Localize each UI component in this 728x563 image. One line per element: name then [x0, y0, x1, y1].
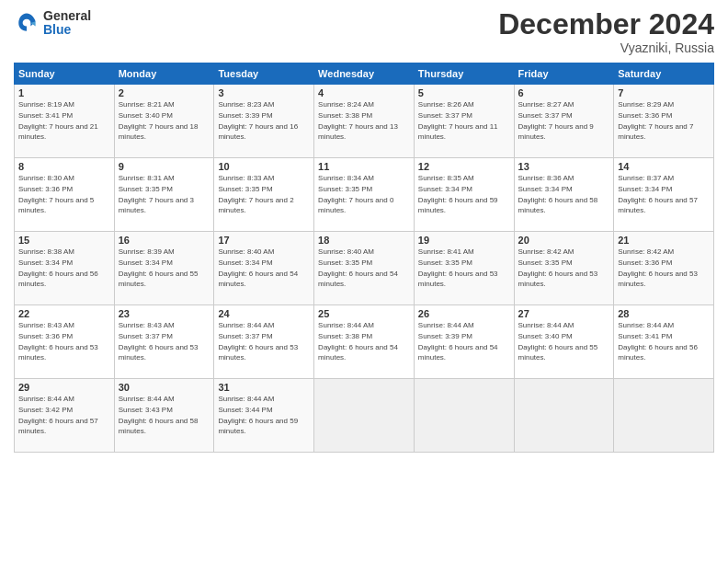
day-number: 4: [318, 87, 410, 98]
day-number: 5: [418, 87, 510, 98]
day-detail: Sunrise: 8:23 AMSunset: 3:39 PMDaylight:…: [218, 100, 298, 141]
calendar-cell: [314, 379, 415, 453]
day-detail: Sunrise: 8:26 AMSunset: 3:37 PMDaylight:…: [418, 100, 498, 141]
calendar-cell: 25Sunrise: 8:44 AMSunset: 3:38 PMDayligh…: [314, 305, 415, 379]
col-header-monday: Monday: [114, 63, 214, 85]
calendar-cell: 7Sunrise: 8:29 AMSunset: 3:36 PMDaylight…: [614, 85, 714, 158]
day-number: 21: [618, 235, 710, 246]
calendar-cell: 14Sunrise: 8:37 AMSunset: 3:34 PMDayligh…: [614, 158, 714, 232]
day-detail: Sunrise: 8:44 AMSunset: 3:41 PMDaylight:…: [618, 321, 698, 362]
calendar-cell: 17Sunrise: 8:40 AMSunset: 3:34 PMDayligh…: [214, 232, 314, 305]
day-detail: Sunrise: 8:31 AMSunset: 3:35 PMDaylight:…: [119, 174, 194, 214]
day-number: 29: [18, 382, 110, 393]
day-detail: Sunrise: 8:43 AMSunset: 3:36 PMDaylight:…: [18, 321, 98, 362]
calendar-cell: 19Sunrise: 8:41 AMSunset: 3:35 PMDayligh…: [414, 232, 514, 305]
day-number: 19: [418, 235, 510, 246]
col-header-wednesday: Wednesday: [314, 63, 415, 85]
calendar-table: SundayMondayTuesdayWednesdayThursdayFrid…: [14, 63, 714, 453]
day-detail: Sunrise: 8:44 AMSunset: 3:37 PMDaylight:…: [218, 321, 298, 362]
week-row-4: 22Sunrise: 8:43 AMSunset: 3:36 PMDayligh…: [15, 305, 714, 379]
day-number: 6: [518, 87, 610, 98]
calendar-cell: 26Sunrise: 8:44 AMSunset: 3:39 PMDayligh…: [414, 305, 514, 379]
day-detail: Sunrise: 8:38 AMSunset: 3:34 PMDaylight:…: [18, 247, 98, 288]
day-detail: Sunrise: 8:41 AMSunset: 3:35 PMDaylight:…: [418, 247, 498, 288]
day-detail: Sunrise: 8:44 AMSunset: 3:43 PMDaylight:…: [119, 395, 199, 435]
day-number: 26: [418, 308, 510, 319]
day-detail: Sunrise: 8:42 AMSunset: 3:35 PMDaylight:…: [518, 247, 598, 288]
day-number: 28: [618, 308, 710, 319]
col-header-friday: Friday: [514, 63, 614, 85]
day-number: 14: [618, 161, 710, 172]
day-detail: Sunrise: 8:40 AMSunset: 3:35 PMDaylight:…: [318, 247, 398, 288]
day-detail: Sunrise: 8:39 AMSunset: 3:34 PMDaylight:…: [119, 247, 199, 288]
calendar-cell: 13Sunrise: 8:36 AMSunset: 3:34 PMDayligh…: [514, 158, 614, 232]
calendar-cell: 24Sunrise: 8:44 AMSunset: 3:37 PMDayligh…: [214, 305, 314, 379]
day-number: 16: [119, 235, 210, 246]
calendar-cell: 3Sunrise: 8:23 AMSunset: 3:39 PMDaylight…: [214, 85, 314, 158]
calendar-cell: 8Sunrise: 8:30 AMSunset: 3:36 PMDaylight…: [15, 158, 115, 232]
logo-text: General Blue: [43, 9, 91, 38]
day-detail: Sunrise: 8:43 AMSunset: 3:37 PMDaylight:…: [119, 321, 199, 362]
month-title: December 2024: [498, 9, 714, 39]
day-detail: Sunrise: 8:27 AMSunset: 3:37 PMDaylight:…: [518, 100, 594, 141]
calendar-cell: 9Sunrise: 8:31 AMSunset: 3:35 PMDaylight…: [114, 158, 214, 232]
week-row-5: 29Sunrise: 8:44 AMSunset: 3:42 PMDayligh…: [15, 379, 714, 453]
day-detail: Sunrise: 8:33 AMSunset: 3:35 PMDaylight:…: [218, 174, 293, 214]
day-number: 27: [518, 308, 610, 319]
page-header: General Blue December 2024 Vyazniki, Rus…: [14, 9, 714, 55]
title-block: December 2024 Vyazniki, Russia: [498, 9, 714, 55]
day-number: 23: [119, 308, 210, 319]
week-row-3: 15Sunrise: 8:38 AMSunset: 3:34 PMDayligh…: [15, 232, 714, 305]
calendar-cell: [614, 379, 714, 453]
calendar-cell: 4Sunrise: 8:24 AMSunset: 3:38 PMDaylight…: [314, 85, 415, 158]
day-number: 11: [318, 161, 410, 172]
calendar-cell: 15Sunrise: 8:38 AMSunset: 3:34 PMDayligh…: [15, 232, 115, 305]
logo-general: General: [43, 9, 91, 23]
calendar-cell: 30Sunrise: 8:44 AMSunset: 3:43 PMDayligh…: [114, 379, 214, 453]
col-header-sunday: Sunday: [15, 63, 115, 85]
day-number: 15: [18, 235, 110, 246]
day-detail: Sunrise: 8:30 AMSunset: 3:36 PMDaylight:…: [18, 174, 94, 214]
calendar-cell: 31Sunrise: 8:44 AMSunset: 3:44 PMDayligh…: [214, 379, 314, 453]
logo-blue: Blue: [43, 23, 91, 37]
day-number: 2: [119, 87, 210, 98]
logo-icon: [14, 10, 40, 36]
calendar-cell: 20Sunrise: 8:42 AMSunset: 3:35 PMDayligh…: [514, 232, 614, 305]
calendar-cell: 6Sunrise: 8:27 AMSunset: 3:37 PMDaylight…: [514, 85, 614, 158]
day-number: 3: [218, 87, 310, 98]
day-number: 20: [518, 235, 610, 246]
calendar-cell: 5Sunrise: 8:26 AMSunset: 3:37 PMDaylight…: [414, 85, 514, 158]
calendar-cell: 2Sunrise: 8:21 AMSunset: 3:40 PMDaylight…: [114, 85, 214, 158]
day-number: 24: [218, 308, 310, 319]
day-number: 8: [18, 161, 110, 172]
calendar-cell: [414, 379, 514, 453]
day-number: 22: [18, 308, 110, 319]
day-detail: Sunrise: 8:21 AMSunset: 3:40 PMDaylight:…: [119, 100, 199, 141]
calendar-cell: 16Sunrise: 8:39 AMSunset: 3:34 PMDayligh…: [114, 232, 214, 305]
calendar-cell: 23Sunrise: 8:43 AMSunset: 3:37 PMDayligh…: [114, 305, 214, 379]
day-detail: Sunrise: 8:44 AMSunset: 3:40 PMDaylight:…: [518, 321, 598, 362]
day-number: 18: [318, 235, 410, 246]
page-container: General Blue December 2024 Vyazniki, Rus…: [0, 0, 728, 462]
calendar-cell: 27Sunrise: 8:44 AMSunset: 3:40 PMDayligh…: [514, 305, 614, 379]
day-number: 31: [218, 382, 310, 393]
day-number: 7: [618, 87, 710, 98]
calendar-cell: 11Sunrise: 8:34 AMSunset: 3:35 PMDayligh…: [314, 158, 415, 232]
day-detail: Sunrise: 8:34 AMSunset: 3:35 PMDaylight:…: [318, 174, 393, 214]
calendar-cell: 12Sunrise: 8:35 AMSunset: 3:34 PMDayligh…: [414, 158, 514, 232]
day-detail: Sunrise: 8:36 AMSunset: 3:34 PMDaylight:…: [518, 174, 598, 214]
logo: General Blue: [14, 9, 91, 38]
day-detail: Sunrise: 8:44 AMSunset: 3:38 PMDaylight:…: [318, 321, 398, 362]
day-detail: Sunrise: 8:29 AMSunset: 3:36 PMDaylight:…: [618, 100, 693, 141]
day-detail: Sunrise: 8:24 AMSunset: 3:38 PMDaylight:…: [318, 100, 398, 141]
day-detail: Sunrise: 8:44 AMSunset: 3:42 PMDaylight:…: [18, 395, 98, 435]
calendar-cell: 18Sunrise: 8:40 AMSunset: 3:35 PMDayligh…: [314, 232, 415, 305]
calendar-cell: 21Sunrise: 8:42 AMSunset: 3:36 PMDayligh…: [614, 232, 714, 305]
day-number: 12: [418, 161, 510, 172]
calendar-cell: 22Sunrise: 8:43 AMSunset: 3:36 PMDayligh…: [15, 305, 115, 379]
calendar-cell: 28Sunrise: 8:44 AMSunset: 3:41 PMDayligh…: [614, 305, 714, 379]
day-number: 13: [518, 161, 610, 172]
day-detail: Sunrise: 8:19 AMSunset: 3:41 PMDaylight:…: [18, 100, 98, 141]
day-number: 10: [218, 161, 310, 172]
day-detail: Sunrise: 8:42 AMSunset: 3:36 PMDaylight:…: [618, 247, 698, 288]
